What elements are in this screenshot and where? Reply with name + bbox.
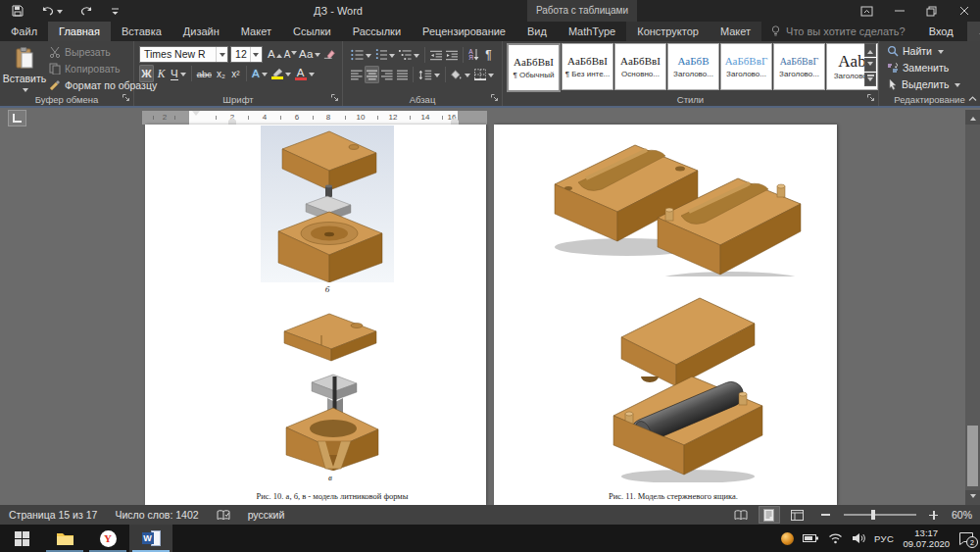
line-spacing-button[interactable] <box>416 66 441 83</box>
taskbar-yandex-browser[interactable]: Y <box>86 525 129 552</box>
style-card-normal[interactable]: АаБбВвІ ¶ Обычный <box>507 43 561 92</box>
style-card-heading3[interactable]: АаБбВвГ Заголово... <box>773 43 825 90</box>
ribbon-display-options-icon[interactable] <box>851 0 883 22</box>
underline-button[interactable]: Ч <box>169 65 188 82</box>
highlight-caret[interactable] <box>285 73 291 79</box>
action-center-button[interactable]: 2 <box>958 531 974 545</box>
battery-icon[interactable] <box>803 532 819 544</box>
tab-stop-selector[interactable] <box>8 110 26 126</box>
text-effects-caret[interactable] <box>262 73 268 79</box>
tab-table-design[interactable]: Конструктор <box>626 22 710 41</box>
style-scroll-down[interactable] <box>864 58 876 72</box>
justify-button[interactable] <box>395 66 411 83</box>
tab-mailings[interactable]: Рассылки <box>342 22 412 41</box>
font-color-button[interactable]: А <box>293 65 317 82</box>
font-dialog-launcher[interactable] <box>330 93 339 104</box>
tab-view[interactable]: Вид <box>516 22 558 41</box>
font-size-caret[interactable] <box>253 53 259 60</box>
grow-font-button[interactable]: А <box>267 45 283 63</box>
web-layout-button[interactable] <box>787 506 808 524</box>
clipboard-dialog-launcher[interactable] <box>122 93 130 104</box>
tray-language[interactable]: РУС <box>874 533 895 544</box>
customize-qat-icon[interactable] <box>109 2 122 20</box>
taskbar-file-explorer[interactable] <box>43 525 86 552</box>
zoom-slider[interactable] <box>844 514 916 516</box>
style-card-body-text[interactable]: АаБбВвІ Основно... <box>614 43 666 90</box>
font-family-combo[interactable]: Times New R <box>139 46 228 63</box>
zoom-out-button[interactable] <box>815 506 837 524</box>
zoom-slider-thumb[interactable] <box>871 510 875 520</box>
style-card-no-spacing[interactable]: АаБбВвІ ¶ Без инте... <box>562 43 613 90</box>
start-button[interactable] <box>0 525 43 552</box>
vertical-scrollbar[interactable] <box>965 110 980 505</box>
undo-dropdown-caret[interactable] <box>57 10 63 17</box>
borders-caret[interactable] <box>488 74 494 80</box>
tab-review[interactable]: Рецензирование <box>412 22 516 41</box>
underline-caret[interactable] <box>180 73 186 79</box>
minimize-button[interactable] <box>883 0 915 22</box>
word-count[interactable]: Число слов: 1402 <box>106 509 207 521</box>
bullets-button[interactable] <box>349 46 373 64</box>
undo-icon[interactable] <box>39 2 65 20</box>
tab-insert[interactable]: Вставка <box>111 22 172 41</box>
numbering-button[interactable] <box>373 46 398 64</box>
font-family-caret[interactable] <box>220 53 225 60</box>
select-caret[interactable] <box>955 83 960 90</box>
borders-button[interactable] <box>472 66 496 83</box>
find-button[interactable]: Найти <box>887 43 960 59</box>
tray-clock[interactable]: 13:17 09.07.2020 <box>903 527 950 549</box>
align-right-button[interactable] <box>379 66 395 83</box>
styles-dialog-launcher[interactable] <box>866 93 875 104</box>
tab-home[interactable]: Главная <box>48 22 111 41</box>
font-size-combo[interactable]: 12 <box>230 46 263 63</box>
tell-me-box[interactable]: Что вы хотите сделать? <box>761 22 915 41</box>
figure-corebox-halves[interactable] <box>549 127 804 276</box>
show-paragraph-marks-button[interactable]: ¶ <box>481 46 496 64</box>
document-page-right[interactable]: Рис. 11. Модель стержневого ящика. <box>494 125 837 505</box>
horizontal-ruler[interactable]: 2 2 4 6 8 10 12 14 16 <box>142 111 487 125</box>
print-layout-button[interactable] <box>759 506 780 524</box>
tab-references[interactable]: Ссылки <box>282 22 342 41</box>
tab-file[interactable]: Файл <box>0 22 48 41</box>
figure-sprue-mold[interactable] <box>278 306 382 471</box>
shading-button[interactable] <box>448 66 471 83</box>
zoom-percentage[interactable]: 60% <box>952 509 972 521</box>
line-spacing-caret[interactable] <box>434 74 440 80</box>
page-indicator[interactable]: Страница 15 из 17 <box>0 509 106 521</box>
tab-layout[interactable]: Макет <box>230 22 282 41</box>
first-line-indent-marker[interactable] <box>192 111 200 120</box>
multilevel-caret[interactable] <box>414 54 419 61</box>
redo-icon[interactable] <box>78 2 95 20</box>
figure-mold-pattern[interactable] <box>261 125 394 282</box>
clear-formatting-button[interactable] <box>321 45 337 63</box>
save-icon[interactable] <box>10 2 25 20</box>
style-scroll-up[interactable] <box>864 43 876 57</box>
style-gallery-more[interactable] <box>864 73 876 86</box>
subscript-button[interactable]: х₂ <box>214 65 228 82</box>
align-center-button[interactable] <box>365 66 380 83</box>
share-button[interactable]: Общий доступ <box>967 22 980 41</box>
scroll-down-arrow[interactable] <box>965 490 980 505</box>
replace-button[interactable]: Заменить <box>887 60 960 75</box>
scroll-up-arrow[interactable] <box>965 110 980 125</box>
font-color-caret[interactable] <box>309 73 315 79</box>
superscript-button[interactable]: х² <box>228 65 243 82</box>
change-case-button[interactable]: Аа <box>299 45 321 63</box>
restore-button[interactable] <box>915 0 948 22</box>
zoom-in-button[interactable] <box>923 506 945 524</box>
style-card-heading1[interactable]: АаБбВ Заголово... <box>667 43 719 90</box>
scrollbar-thumb[interactable] <box>967 426 978 486</box>
figure-corebox-core[interactable] <box>598 282 774 482</box>
read-mode-button[interactable] <box>730 506 752 524</box>
language-indicator[interactable]: русский <box>239 509 294 521</box>
align-left-button[interactable] <box>349 66 365 83</box>
shrink-font-button[interactable]: А <box>283 45 299 63</box>
speaker-icon[interactable] <box>852 532 865 544</box>
collapse-ribbon-button[interactable] <box>968 93 977 104</box>
tab-design[interactable]: Дизайн <box>172 22 230 41</box>
proofing-status[interactable] <box>208 510 239 521</box>
decrease-indent-button[interactable] <box>428 46 444 64</box>
bold-button[interactable]: Ж <box>139 65 154 82</box>
close-button[interactable] <box>948 0 980 22</box>
wifi-icon[interactable] <box>828 532 843 544</box>
